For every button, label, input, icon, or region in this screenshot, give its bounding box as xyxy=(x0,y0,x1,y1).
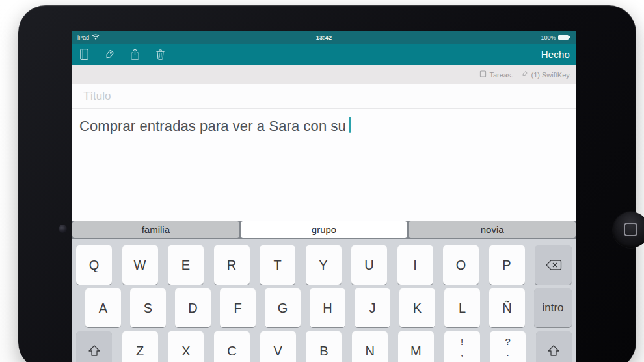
trash-icon[interactable] xyxy=(154,48,167,61)
carrier-label: iPad xyxy=(77,35,89,41)
key-exclamation-comma[interactable]: ! , xyxy=(444,331,480,362)
key-question-period[interactable]: ? . xyxy=(490,331,526,362)
keyboard: Q W E R T Y U I O P A S xyxy=(72,239,576,362)
done-button[interactable]: Hecho xyxy=(541,49,570,60)
home-button[interactable] xyxy=(613,212,644,248)
swiftkey-prediction-bar: familia grupo novia xyxy=(72,221,576,239)
key-y[interactable]: Y xyxy=(306,245,342,285)
backspace-icon xyxy=(545,259,562,271)
title-input[interactable] xyxy=(72,84,576,108)
key-enye[interactable]: Ñ xyxy=(489,288,525,327)
info-bar: Tareas. (1) SwiftKey. xyxy=(72,65,576,84)
key-z[interactable]: Z xyxy=(122,331,158,362)
shift-right-key[interactable] xyxy=(536,331,572,362)
tag-icon[interactable] xyxy=(103,48,116,61)
status-bar: iPad 13:42 100% xyxy=(72,31,576,44)
backspace-key[interactable] xyxy=(535,245,572,285)
shift-left-key[interactable] xyxy=(76,331,112,362)
key-o[interactable]: O xyxy=(443,245,479,285)
key-q[interactable]: Q xyxy=(76,245,112,285)
key-i[interactable]: I xyxy=(397,245,433,285)
key-p[interactable]: P xyxy=(489,245,525,285)
prediction-center[interactable]: grupo xyxy=(241,221,408,238)
punct-bottom-label: , xyxy=(461,347,463,358)
key-e[interactable]: E xyxy=(168,245,204,285)
key-d[interactable]: D xyxy=(175,288,211,327)
shift-icon xyxy=(87,344,101,358)
front-camera xyxy=(59,225,67,233)
wifi-icon xyxy=(92,34,100,41)
punct-top-label: ! xyxy=(461,336,463,347)
punct-top-label: ? xyxy=(505,336,511,347)
notebook-mini-icon xyxy=(479,70,487,79)
prediction-left[interactable]: familia xyxy=(72,221,239,238)
notebook-icon[interactable] xyxy=(78,48,90,61)
key-l[interactable]: L xyxy=(444,288,480,327)
notebook-label: Tareas. xyxy=(489,71,513,79)
key-v[interactable]: V xyxy=(260,331,296,362)
key-f[interactable]: F xyxy=(220,288,256,327)
text-cursor xyxy=(349,117,351,133)
key-w[interactable]: W xyxy=(122,245,158,285)
screen: iPad 13:42 100% xyxy=(72,31,576,362)
toolbar: Hecho xyxy=(72,44,576,65)
note-body-text: Comprar entradas para ver a Sara con su xyxy=(79,118,346,134)
title-field xyxy=(72,84,576,109)
key-j[interactable]: J xyxy=(355,288,390,327)
battery-icon xyxy=(558,35,570,40)
home-button-square-icon xyxy=(624,223,637,236)
key-g[interactable]: G xyxy=(265,288,301,327)
key-r[interactable]: R xyxy=(214,245,250,285)
tag-mini-icon xyxy=(521,70,528,79)
note-body-area[interactable]: Comprar entradas para ver a Sara con su xyxy=(72,109,576,221)
tag-label: (1) SwiftKey. xyxy=(531,71,571,79)
keyboard-row-3: Z X C V B N M ! , ? . xyxy=(72,331,576,362)
prediction-right[interactable]: novia xyxy=(409,221,576,238)
punct-bottom-label: . xyxy=(507,347,509,358)
key-c[interactable]: C xyxy=(214,331,250,362)
key-b[interactable]: B xyxy=(306,331,342,362)
key-a[interactable]: A xyxy=(85,288,121,327)
shift-icon xyxy=(546,344,561,358)
notebook-assignment[interactable]: Tareas. xyxy=(479,70,513,79)
share-icon[interactable] xyxy=(129,48,141,61)
key-n[interactable]: N xyxy=(352,331,388,362)
keyboard-row-2: A S D F G H J K L Ñ intro xyxy=(72,288,576,327)
key-h[interactable]: H xyxy=(310,288,345,327)
clock: 13:42 xyxy=(316,35,332,41)
keyboard-row-1: Q W E R T Y U I O P xyxy=(72,245,576,285)
key-k[interactable]: K xyxy=(399,288,435,327)
key-u[interactable]: U xyxy=(351,245,387,285)
key-x[interactable]: X xyxy=(168,331,204,362)
key-t[interactable]: T xyxy=(260,245,295,285)
battery-percent-label: 100% xyxy=(541,35,556,41)
enter-key[interactable]: intro xyxy=(534,288,572,327)
key-m[interactable]: M xyxy=(398,331,434,362)
key-s[interactable]: S xyxy=(130,288,166,327)
tag-assignment[interactable]: (1) SwiftKey. xyxy=(521,70,571,79)
